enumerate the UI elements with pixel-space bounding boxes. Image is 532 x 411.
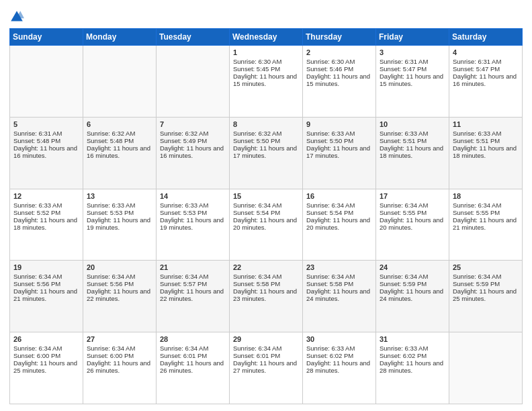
logo xyxy=(9,9,26,24)
day-number: 19 xyxy=(13,263,79,271)
calendar-cell: 4Sunrise: 6:31 AMSunset: 5:47 PMDaylight… xyxy=(449,46,523,118)
calendar-cell xyxy=(10,46,83,118)
calendar-cell: 3Sunrise: 6:31 AMSunset: 5:47 PMDaylight… xyxy=(376,46,449,118)
calendar-cell: 30Sunrise: 6:33 AMSunset: 6:02 PMDayligh… xyxy=(303,332,376,404)
calendar-week-row: 12Sunrise: 6:33 AMSunset: 5:52 PMDayligh… xyxy=(10,189,523,261)
calendar-cell: 28Sunrise: 6:34 AMSunset: 6:01 PMDayligh… xyxy=(157,332,230,404)
calendar-cell: 29Sunrise: 6:34 AMSunset: 6:01 PMDayligh… xyxy=(230,332,303,404)
day-number: 24 xyxy=(380,263,445,271)
day-number: 13 xyxy=(87,192,152,200)
calendar-cell: 9Sunrise: 6:33 AMSunset: 5:50 PMDaylight… xyxy=(303,117,376,189)
calendar-cell: 26Sunrise: 6:34 AMSunset: 6:00 PMDayligh… xyxy=(10,332,83,404)
day-number: 5 xyxy=(13,120,79,128)
calendar-cell: 23Sunrise: 6:34 AMSunset: 5:58 PMDayligh… xyxy=(303,261,376,332)
day-number: 11 xyxy=(453,120,519,128)
day-number: 23 xyxy=(306,263,372,271)
day-number: 16 xyxy=(306,192,372,200)
calendar-cell: 10Sunrise: 6:33 AMSunset: 5:51 PMDayligh… xyxy=(376,117,449,189)
day-number: 26 xyxy=(13,335,79,343)
calendar-cell: 18Sunrise: 6:34 AMSunset: 5:55 PMDayligh… xyxy=(449,189,523,261)
day-number: 1 xyxy=(233,48,299,56)
day-of-week-header: Wednesday xyxy=(230,29,303,46)
calendar-cell: 21Sunrise: 6:34 AMSunset: 5:57 PMDayligh… xyxy=(157,261,230,332)
day-of-week-header: Friday xyxy=(376,29,449,46)
day-number: 2 xyxy=(306,48,372,56)
calendar-week-row: 1Sunrise: 6:30 AMSunset: 5:45 PMDaylight… xyxy=(10,46,523,118)
day-number: 28 xyxy=(160,335,226,343)
day-of-week-header: Thursday xyxy=(303,29,376,46)
calendar-week-row: 19Sunrise: 6:34 AMSunset: 5:56 PMDayligh… xyxy=(10,261,523,332)
calendar-cell: 2Sunrise: 6:30 AMSunset: 5:46 PMDaylight… xyxy=(303,46,376,118)
day-number: 21 xyxy=(160,263,226,271)
calendar-cell: 7Sunrise: 6:32 AMSunset: 5:49 PMDaylight… xyxy=(157,117,230,189)
calendar-cell xyxy=(83,46,157,118)
day-number: 22 xyxy=(233,263,299,271)
day-number: 9 xyxy=(306,120,372,128)
day-number: 8 xyxy=(233,120,299,128)
day-number: 31 xyxy=(380,335,445,343)
day-of-week-header: Sunday xyxy=(10,29,83,46)
day-number: 14 xyxy=(160,192,226,200)
calendar-cell: 22Sunrise: 6:34 AMSunset: 5:58 PMDayligh… xyxy=(230,261,303,332)
calendar-cell: 14Sunrise: 6:33 AMSunset: 5:53 PMDayligh… xyxy=(157,189,230,261)
calendar-cell: 27Sunrise: 6:34 AMSunset: 6:00 PMDayligh… xyxy=(83,332,157,404)
day-number: 6 xyxy=(87,120,152,128)
calendar-cell: 25Sunrise: 6:34 AMSunset: 5:59 PMDayligh… xyxy=(449,261,523,332)
calendar-week-row: 5Sunrise: 6:31 AMSunset: 5:48 PMDaylight… xyxy=(10,117,523,189)
day-number: 12 xyxy=(13,192,79,200)
calendar-cell: 12Sunrise: 6:33 AMSunset: 5:52 PMDayligh… xyxy=(10,189,83,261)
day-number: 4 xyxy=(453,48,519,56)
header xyxy=(9,7,523,24)
calendar: SundayMondayTuesdayWednesdayThursdayFrid… xyxy=(9,28,523,404)
day-number: 3 xyxy=(380,48,445,56)
day-of-week-header: Saturday xyxy=(449,29,523,46)
calendar-cell: 20Sunrise: 6:34 AMSunset: 5:56 PMDayligh… xyxy=(83,261,157,332)
day-number: 29 xyxy=(233,335,299,343)
calendar-cell: 5Sunrise: 6:31 AMSunset: 5:48 PMDaylight… xyxy=(10,117,83,189)
page: SundayMondayTuesdayWednesdayThursdayFrid… xyxy=(0,0,532,411)
calendar-week-row: 26Sunrise: 6:34 AMSunset: 6:00 PMDayligh… xyxy=(10,332,523,404)
day-number: 18 xyxy=(453,192,519,200)
day-number: 25 xyxy=(453,263,519,271)
day-of-week-header: Tuesday xyxy=(157,29,230,46)
calendar-cell: 13Sunrise: 6:33 AMSunset: 5:53 PMDayligh… xyxy=(83,189,157,261)
calendar-cell: 15Sunrise: 6:34 AMSunset: 5:54 PMDayligh… xyxy=(230,189,303,261)
day-number: 27 xyxy=(87,335,152,343)
logo-icon xyxy=(9,9,24,24)
calendar-cell: 24Sunrise: 6:34 AMSunset: 5:59 PMDayligh… xyxy=(376,261,449,332)
day-number: 17 xyxy=(380,192,445,200)
day-number: 30 xyxy=(306,335,372,343)
calendar-cell: 6Sunrise: 6:32 AMSunset: 5:48 PMDaylight… xyxy=(83,117,157,189)
calendar-cell: 8Sunrise: 6:32 AMSunset: 5:50 PMDaylight… xyxy=(230,117,303,189)
day-number: 10 xyxy=(380,120,445,128)
calendar-cell: 17Sunrise: 6:34 AMSunset: 5:55 PMDayligh… xyxy=(376,189,449,261)
calendar-cell xyxy=(449,332,523,404)
calendar-cell: 1Sunrise: 6:30 AMSunset: 5:45 PMDaylight… xyxy=(230,46,303,118)
day-number: 20 xyxy=(87,263,152,271)
calendar-cell: 16Sunrise: 6:34 AMSunset: 5:54 PMDayligh… xyxy=(303,189,376,261)
day-number: 15 xyxy=(233,192,299,200)
calendar-cell: 31Sunrise: 6:33 AMSunset: 6:02 PMDayligh… xyxy=(376,332,449,404)
day-of-week-header: Monday xyxy=(83,29,157,46)
day-number: 7 xyxy=(160,120,226,128)
calendar-cell: 19Sunrise: 6:34 AMSunset: 5:56 PMDayligh… xyxy=(10,261,83,332)
calendar-cell xyxy=(157,46,230,118)
calendar-header-row: SundayMondayTuesdayWednesdayThursdayFrid… xyxy=(10,29,523,46)
calendar-cell: 11Sunrise: 6:33 AMSunset: 5:51 PMDayligh… xyxy=(449,117,523,189)
